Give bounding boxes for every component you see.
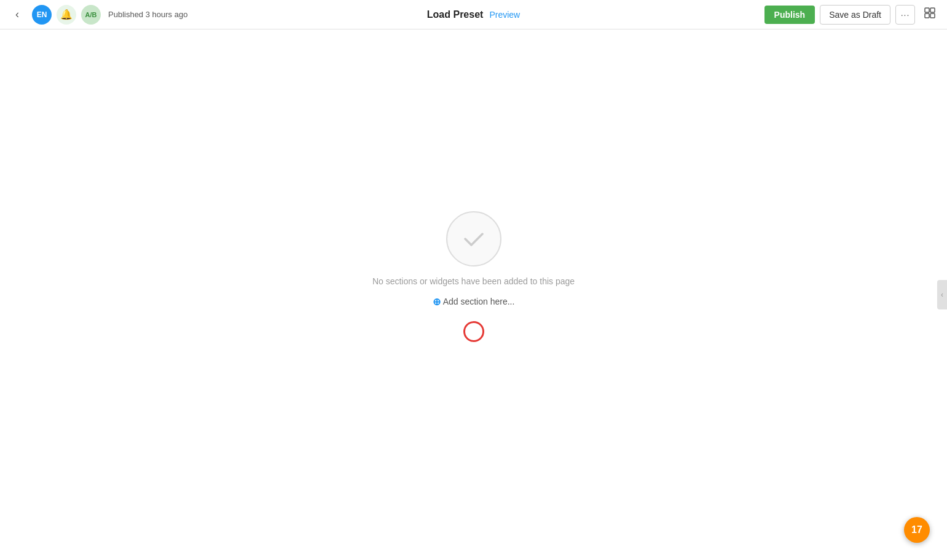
back-button[interactable]: ‹ xyxy=(7,5,27,25)
add-section-link[interactable]: ⊕ Add section here... xyxy=(433,296,515,308)
toolbar: ‹ EN 🔔 A/B Published 3 hours ago Load Pr… xyxy=(0,0,947,29)
canvas-content: No sections or widgets have been added t… xyxy=(372,211,575,342)
svg-rect-3 xyxy=(930,14,935,18)
preview-link[interactable]: Preview xyxy=(489,10,520,20)
collapse-icon: ‹ xyxy=(941,290,943,299)
save-draft-button[interactable]: Save as Draft xyxy=(820,5,890,25)
publish-button[interactable]: Publish xyxy=(764,6,815,24)
notification-count: 17 xyxy=(911,524,922,535)
notification-avatar[interactable]: 🔔 xyxy=(57,5,76,25)
header-left: ‹ EN 🔔 A/B Published 3 hours ago xyxy=(7,5,764,25)
collapse-handle[interactable]: ‹ xyxy=(937,280,947,309)
back-icon: ‹ xyxy=(15,8,19,21)
svg-rect-2 xyxy=(925,14,929,18)
plus-icon: ⊕ xyxy=(433,296,441,308)
add-section-label: Add section here... xyxy=(443,297,515,306)
structure-button[interactable] xyxy=(920,5,940,25)
header-right: Publish Save as Draft ··· xyxy=(764,5,940,25)
empty-state-icon xyxy=(446,211,501,266)
page-title: Load Preset xyxy=(427,9,484,20)
svg-rect-1 xyxy=(930,8,935,12)
svg-rect-0 xyxy=(925,8,929,12)
empty-message: No sections or widgets have been added t… xyxy=(372,276,575,286)
structure-icon xyxy=(924,7,936,22)
more-options-button[interactable]: ··· xyxy=(895,5,915,25)
language-avatar[interactable]: EN xyxy=(32,5,52,25)
header-center: Load Preset Preview xyxy=(427,9,520,20)
cursor-indicator xyxy=(463,321,484,342)
notification-badge[interactable]: 17 xyxy=(904,517,930,543)
canvas-area: No sections or widgets have been added t… xyxy=(0,29,947,560)
bell-icon: 🔔 xyxy=(60,9,73,20)
ab-test-avatar[interactable]: A/B xyxy=(81,5,101,25)
publish-status: Published 3 hours ago xyxy=(108,10,187,19)
